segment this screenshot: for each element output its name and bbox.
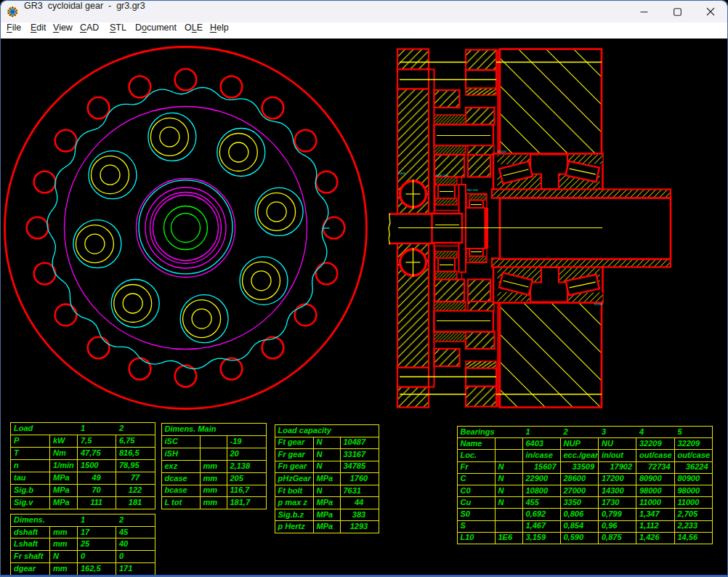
menu-item-ole[interactable]: OLE: [185, 23, 203, 39]
row-value: 1,426: [639, 533, 660, 541]
row-value: 11000: [639, 498, 661, 507]
row-value: 455: [526, 498, 539, 507]
row-value: 33167: [344, 450, 366, 459]
row-label: P: [14, 436, 19, 445]
row-unit: mm: [203, 485, 218, 494]
row-value: 1730: [602, 498, 619, 507]
row-value: 98000: [678, 486, 700, 495]
row-value: 6,75: [119, 436, 134, 445]
row-value: 0,875: [602, 533, 622, 541]
row-value: 122: [116, 485, 155, 494]
row-value: 1500: [81, 461, 98, 469]
column-header: 1: [81, 515, 85, 524]
row-value: 3350: [564, 498, 581, 507]
row-unit: mm: [53, 564, 68, 573]
row-value: 44: [340, 498, 379, 507]
row-unit: N: [317, 486, 323, 495]
row-value: 116,7: [230, 485, 250, 494]
maximize-button[interactable]: [660, 1, 694, 23]
maximize-icon: [674, 8, 682, 16]
row-value: 171: [119, 564, 132, 573]
column-header: 4: [639, 427, 644, 436]
row-unit: 1E6: [498, 533, 513, 541]
row-label: Ft bolt: [278, 486, 303, 495]
dimens-main-title: Dimens. Main: [165, 424, 217, 433]
row-value: 45: [119, 528, 128, 536]
row-value: out/case: [678, 451, 711, 459]
row-value: 32209: [678, 439, 700, 448]
row-unit: mm: [203, 498, 218, 507]
row-value: 80900: [678, 474, 700, 483]
row-label: Name: [461, 439, 482, 448]
row-value: 47,75: [81, 448, 101, 457]
row-value: 11000: [678, 498, 700, 507]
dimens-title: Dimens.: [14, 515, 45, 524]
row-value: 77: [116, 473, 155, 482]
menu-item-stl[interactable]: STL: [110, 23, 126, 39]
menu-item-edit[interactable]: Edit: [31, 23, 46, 39]
row-value: 2,138: [230, 461, 251, 470]
row-value: 383: [340, 510, 379, 519]
row-value: 17: [81, 528, 89, 536]
menu-item-help[interactable]: Help: [210, 23, 229, 39]
row-unit: mm: [203, 461, 218, 470]
row-value: 32209: [639, 439, 662, 448]
row-unit: N: [317, 437, 323, 446]
row-value: 0,590: [564, 533, 584, 541]
row-value: in/out: [602, 451, 623, 459]
row-value: 22900: [526, 474, 549, 483]
row-label: Sig.v: [14, 498, 33, 507]
row-label: Cu: [461, 498, 472, 507]
row-value: 14,56: [678, 533, 698, 541]
row-unit: MPa: [317, 510, 333, 519]
title-bar[interactable]: GR3 cycloidal gear - gr3.gr3: [1, 1, 727, 23]
row-value: 27000: [564, 486, 586, 495]
bearings-table: Bearings12345Name6403NUPNU3220932209Loc.…: [457, 426, 713, 544]
menu-item-view[interactable]: View: [53, 23, 73, 39]
row-value: 98000: [639, 486, 662, 495]
result-tables: Load12PkW7,56,75TNm47,75816,5n1/min15007…: [1, 39, 728, 576]
menu-item-cad[interactable]: CAD: [80, 23, 99, 39]
minimize-button[interactable]: [627, 1, 660, 23]
row-label: Ft gear: [278, 437, 305, 446]
row-value: ecc./gear: [564, 451, 599, 459]
row-label: Fn gear: [278, 461, 307, 470]
menu-item-document[interactable]: Document: [135, 23, 177, 39]
row-value: 78,95: [119, 461, 139, 469]
row-label: n: [14, 461, 19, 469]
menu-item-file[interactable]: File: [7, 23, 21, 39]
row-unit: N: [498, 462, 504, 471]
load-table: Load12PkW7,56,75TNm47,75816,5n1/min15007…: [10, 422, 155, 509]
row-unit: MPa: [317, 498, 333, 507]
row-unit: mm: [53, 539, 68, 548]
window-bottom-border: [1, 575, 727, 577]
column-header: 3: [602, 427, 606, 436]
row-value: 111: [77, 498, 116, 507]
row-unit: N: [498, 486, 504, 495]
row-unit: N: [53, 552, 59, 560]
row-label: Fr gear: [278, 450, 305, 459]
menu-bar: FileEditViewCADSTLDocumentOLEHelp: [1, 23, 727, 39]
row-unit: N: [317, 461, 323, 470]
row-unit: MPa: [317, 522, 333, 530]
row-value: 49: [77, 473, 116, 482]
dimens-main-table: Dimens. MainiSC-19iSH20exzmm2,138dcasemm…: [161, 423, 267, 509]
app-gear-icon: [7, 7, 18, 17]
row-value: 3,159: [526, 533, 546, 541]
row-label: dgear: [14, 564, 36, 573]
row-value: 70: [77, 485, 116, 494]
row-label: Loc.: [461, 451, 477, 459]
column-header: 2: [564, 427, 568, 436]
drawing-canvas[interactable]: 32209322096403NUP 205NU 203 Load12PkW7,5…: [1, 39, 728, 576]
window-title: GR3 cycloidal gear - gr3.gr3: [24, 1, 145, 23]
row-unit: mm: [53, 528, 68, 536]
row-value: 205: [230, 474, 243, 483]
close-button[interactable]: [694, 1, 727, 23]
row-value: 33509: [560, 462, 595, 471]
minimize-icon: [640, 8, 648, 16]
row-value: 7,5: [81, 436, 92, 445]
row-unit: kW: [53, 436, 65, 445]
bearings-title: Bearings: [461, 427, 495, 436]
row-unit: 1/min: [53, 461, 74, 469]
row-label: L10: [461, 533, 474, 541]
